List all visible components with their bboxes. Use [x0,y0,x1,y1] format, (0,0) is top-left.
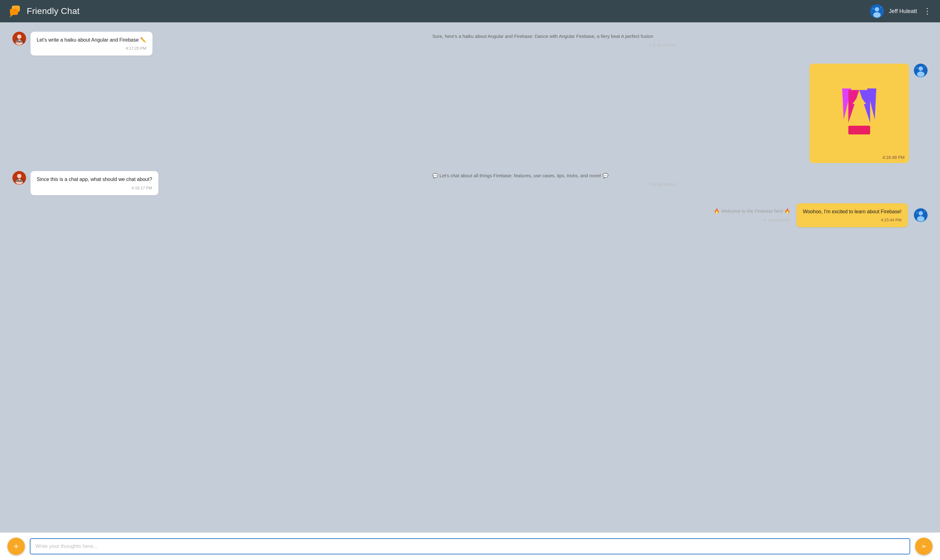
svg-point-17 [924,66,925,68]
ai-response: Sure, here's a haiku about Angular and F… [429,33,678,47]
bubble-text-2: Since this is a chat app, what should we… [37,177,152,182]
send-icon: ➢ [921,542,927,550]
message-left: Let's write a haiku about Angular and Fi… [12,32,424,55]
header-left: Friendly Chat [8,4,80,18]
outgoing-bubble-text: Woohoo, I'm excited to learn about Fireb… [803,209,901,214]
message-time-2: 4:16:17 PM [37,186,152,190]
message-input[interactable] [30,538,910,554]
more-options-icon[interactable]: ⋮ [922,5,932,17]
welcome-ai-text: 🔥 Welcome to the Firebase fam! 🔥 [714,208,790,214]
sparkle-icon: ✦ [648,43,652,47]
image-message-row: 4:16:48 PM [0,61,940,165]
message-time: 4:17:25 PM [37,46,146,51]
user-avatar [870,5,884,18]
ai-response-area-2: 💬 Let's chat about all things Firebase: … [429,171,928,186]
app-title: Friendly Chat [27,6,80,16]
chat-area: Let's write a haiku about Angular and Fi… [0,22,940,532]
plus-icon: + [14,542,18,551]
ai-generated-label: ai generated [653,43,675,47]
svg-point-15 [917,71,925,77]
sparkle-icon-2: ✦ [648,182,652,186]
svg-point-9 [17,34,22,39]
message-row: Let's write a haiku about Angular and Fi… [0,29,940,58]
send-button[interactable]: ➢ [915,538,932,555]
svg-point-6 [872,8,874,10]
sender-avatar-2 [12,171,26,185]
svg-rect-23 [848,126,870,134]
message-left-2: Since this is a chat app, what should we… [12,171,424,195]
header-right: Jeff Huleatt ⋮ [870,5,932,18]
svg-point-33 [924,211,925,212]
welcome-ai-label: ✦ ai generated [763,218,790,222]
svg-marker-2 [10,15,13,17]
image-time: 4:16:48 PM [882,155,905,160]
svg-point-31 [917,216,925,222]
svg-point-30 [918,211,923,215]
svg-marker-21 [859,90,870,123]
ai-response-text: Sure, here's a haiku about Angular and F… [432,33,675,40]
ai-response-2: 💬 Let's chat about all things Firebase: … [429,172,678,186]
svg-rect-1 [10,9,18,15]
outgoing-bubble: Woohoo, I'm excited to learn about Fireb… [797,203,908,227]
jeff-avatar [914,64,928,77]
ai-generated-label-2: ai generated [653,182,675,186]
ai-generated-label-3: ai generated [768,218,790,222]
svg-point-4 [875,7,879,11]
svg-point-7 [880,7,881,8]
input-bar: + ➢ [0,532,940,560]
svg-marker-20 [848,90,859,123]
ai-label-2: ✦ ai generated [432,182,675,186]
message-bubble-2: Since this is a chat app, what should we… [31,171,159,195]
svg-point-25 [17,174,22,178]
ai-response-text-2: 💬 Let's chat about all things Firebase: … [432,172,675,179]
message-bubble: Let's write a haiku about Angular and Fi… [31,32,153,55]
sparkle-icon-3: ✦ [763,218,767,222]
bubble-text: Let's write a haiku about Angular and Fi… [37,37,146,43]
welcome-ai-side: 🔥 Welcome to the Firebase fam! 🔥 ✦ ai ge… [714,208,790,222]
ai-response-area: Sure, here's a haiku about Angular and F… [429,32,928,47]
add-attachment-button[interactable]: + [8,538,25,555]
app-logo [8,4,22,18]
jeff-avatar-2 [914,208,928,222]
svg-point-5 [873,12,881,18]
user-name: Jeff Huleatt [889,8,917,15]
welcome-message-row: 🔥 Welcome to the Firebase fam! 🔥 ✦ ai ge… [0,201,940,230]
svg-point-14 [918,66,923,71]
ai-label: ✦ ai generated [432,43,675,47]
svg-point-16 [916,67,918,69]
sender-avatar [12,32,26,45]
svg-point-32 [916,212,918,214]
angular-logo [809,64,909,163]
app-header: Friendly Chat Jeff Huleatt ⋮ [0,0,940,22]
image-message-bubble: 4:16:48 PM [809,64,909,163]
message-row-2: Since this is a chat app, what should we… [0,168,940,198]
outgoing-time: 4:15:44 PM [803,218,901,222]
